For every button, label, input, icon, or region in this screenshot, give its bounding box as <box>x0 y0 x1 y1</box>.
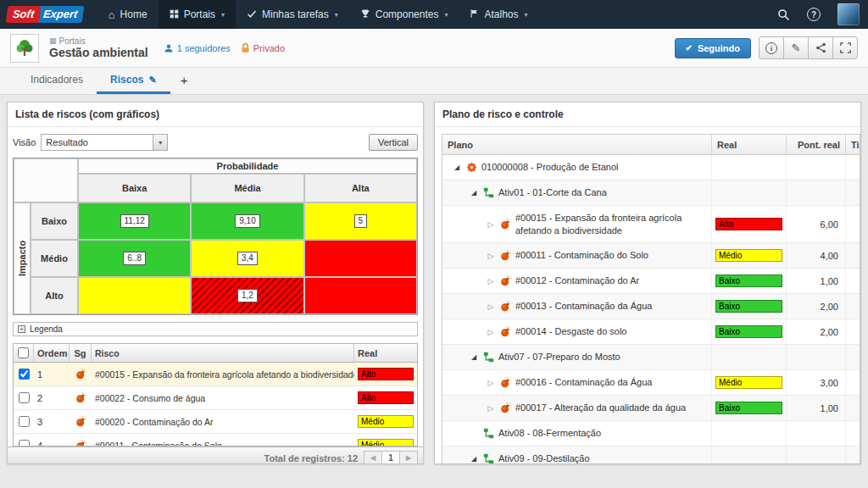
plan-label[interactable]: 010000008 - Produção de Etanol <box>481 161 708 173</box>
risk-row[interactable]: ▷#00014 - Desgaste do solo Baixo 2,00 <box>442 319 860 345</box>
tab-add[interactable]: + <box>170 68 198 94</box>
risk-row[interactable]: ▷#00013 - Contaminação da Água Baixo 2,0… <box>442 294 860 319</box>
risk-list-row[interactable]: 3 #00020 - Contaminação do Ar Médio <box>14 410 417 434</box>
plan-row[interactable]: ◢010000008 - Produção de Etanol <box>442 155 860 180</box>
col-ordem[interactable]: Ordem <box>34 344 70 362</box>
activity-label[interactable]: Ativ01 - 01-Corte da Cana <box>498 186 708 198</box>
col-real[interactable]: Real <box>712 135 787 154</box>
col-plano[interactable]: Plano <box>442 135 712 154</box>
risk-row[interactable]: ▷#00012 - Contaminação do Ar Baixo 1,00 <box>442 269 860 294</box>
activity-label[interactable]: Ativ08 - 08-Fermentação <box>498 427 708 439</box>
trophy-icon <box>360 8 370 20</box>
risk-name[interactable]: #00015 - Expansão da fronteira agrícola … <box>92 369 354 380</box>
row-checkbox[interactable] <box>19 416 30 427</box>
nav-atalhos[interactable]: Atalhos ▾ <box>459 0 538 29</box>
row-checkbox[interactable] <box>19 440 30 446</box>
risk-label[interactable]: #00017 - Alteração da qualidade da água <box>515 402 708 413</box>
pont-real-value: 1,00 <box>787 396 846 420</box>
expander-icon[interactable]: ▷ <box>486 220 496 229</box>
expander-icon[interactable]: ◢ <box>469 455 479 463</box>
matrix-cell[interactable]: 11,12 <box>78 202 191 240</box>
matrix-cell[interactable]: 6..8 <box>78 240 191 277</box>
page-title: Gestão ambiental <box>49 46 148 59</box>
col-real[interactable]: Real <box>354 344 417 362</box>
nav-portais[interactable]: Portais ▾ <box>159 0 236 29</box>
matrix-cell-label: 6..8 <box>123 252 146 265</box>
expander-icon[interactable]: ▷ <box>486 404 496 413</box>
user-avatar[interactable] <box>837 3 860 25</box>
following-button[interactable]: ✔ Seguindo <box>675 38 752 58</box>
matrix-cell[interactable] <box>304 240 417 277</box>
row-checkbox[interactable] <box>19 369 30 380</box>
col-risco[interactable]: Risco <box>92 344 354 362</box>
matrix-row-medio: Médio <box>31 240 78 277</box>
activity-row[interactable]: ◢Ativ09 - 09-Destilação <box>442 446 860 463</box>
row-checkbox[interactable] <box>19 392 30 403</box>
tab-riscos[interactable]: Riscos ✎ <box>97 68 170 94</box>
nav-home[interactable]: ⌂ Home <box>97 0 159 29</box>
view-select[interactable]: Resultado ▾ <box>41 134 168 151</box>
risk-list-row[interactable]: 1 #00015 - Expansão da fronteira agrícol… <box>14 363 417 386</box>
risk-list-panel: Lista de riscos (com gráficos) Visão Res… <box>7 102 424 464</box>
softexpert-logo[interactable]: SoftExpert <box>7 0 84 29</box>
matrix-cell[interactable]: 3,4 <box>191 240 303 277</box>
risk-row[interactable]: ▷#00015 - Expansão da fronteira agrícola… <box>442 206 860 243</box>
activity-row[interactable]: Ativ08 - 08-Fermentação <box>442 421 860 446</box>
risk-label[interactable]: #00013 - Contaminação da Água <box>515 300 708 312</box>
expander-icon[interactable]: ◢ <box>469 353 479 361</box>
risk-row[interactable]: ▷#00017 - Alteração da qualidade da água… <box>442 396 860 421</box>
risk-row[interactable]: ▷#00011 - Contaminação do Solo Médio 4,0… <box>442 243 860 269</box>
risk-name[interactable]: #00020 - Contaminação do Ar <box>92 417 354 427</box>
vertical-button[interactable]: Vertical <box>369 134 418 151</box>
select-all-checkbox[interactable] <box>18 347 29 358</box>
risk-row[interactable]: ▷#00016 - Contaminação da Água Médio 3,0… <box>442 370 860 396</box>
activity-row[interactable]: ◢Ativ07 - 07-Preparo do Mosto <box>442 345 860 370</box>
bomb-icon <box>500 377 511 388</box>
edit-button[interactable]: ✎ <box>783 36 809 59</box>
activity-row[interactable]: ◢Ativ01 - 01-Corte da Cana <box>442 180 860 206</box>
expander-icon[interactable]: ▷ <box>486 277 496 286</box>
followers-link[interactable]: 1 seguidores <box>164 43 231 53</box>
nav-minhas-tarefas[interactable]: Minhas tarefas ▾ <box>236 0 349 29</box>
expander-icon[interactable]: ◢ <box>469 189 479 197</box>
fullscreen-button[interactable] <box>832 36 858 59</box>
risk-label[interactable]: #00014 - Desgaste do solo <box>515 325 708 337</box>
tab-edit-icon[interactable]: ✎ <box>148 75 156 86</box>
matrix-cell[interactable] <box>78 277 191 314</box>
risk-list-row[interactable]: 2 #00022 - Consumo de água Alto <box>14 386 417 410</box>
next-page-button[interactable]: ▶ <box>399 451 418 464</box>
prev-page-button[interactable]: ◀ <box>364 451 382 464</box>
matrix-cell[interactable]: 1,2 <box>191 277 303 314</box>
help-icon[interactable]: ? <box>807 8 821 21</box>
expander-icon[interactable]: ▷ <box>486 328 496 336</box>
tab-indicadores[interactable]: Indicadores <box>17 68 97 94</box>
matrix-cell[interactable] <box>304 277 417 314</box>
risk-label[interactable]: #00012 - Contaminação do Ar <box>515 274 708 286</box>
risk-label[interactable]: #00016 - Contaminação da Água <box>515 376 708 388</box>
expander-icon[interactable]: ▷ <box>486 379 496 387</box>
col-ti[interactable]: Ti <box>846 135 860 154</box>
legend-label: Legenda <box>30 324 63 334</box>
risk-name[interactable]: #00022 - Consumo de água <box>92 393 354 403</box>
activity-label[interactable]: Ativ07 - 07-Preparo do Mosto <box>498 351 708 363</box>
risk-name[interactable]: #00011 - Contaminação do Solo <box>92 441 354 446</box>
grid-icon <box>170 9 179 20</box>
info-button[interactable]: i <box>759 36 784 59</box>
matrix-cell[interactable]: 5 <box>304 202 417 240</box>
col-sg[interactable]: Sg <box>70 344 92 362</box>
activity-label[interactable]: Ativ09 - 09-Destilação <box>498 452 708 463</box>
share-button[interactable] <box>808 36 833 59</box>
nav-componentes[interactable]: Componentes ▾ <box>349 0 459 29</box>
expander-icon[interactable]: ▷ <box>486 252 496 260</box>
tab-bar: Indicadores Riscos ✎ + <box>0 68 868 95</box>
info-icon: i <box>765 42 777 54</box>
matrix-cell[interactable]: 9,10 <box>191 202 303 240</box>
risk-label[interactable]: #00015 - Expansão da fronteira agrícola … <box>515 212 708 236</box>
col-pont-real[interactable]: Pont. real <box>787 135 846 154</box>
risk-list-row[interactable]: 4 #00011 - Contaminação do Solo Médio <box>14 434 417 446</box>
expander-icon[interactable]: ◢ <box>452 164 462 171</box>
expander-icon[interactable]: ▷ <box>486 302 496 311</box>
risk-label[interactable]: #00011 - Contaminação do Solo <box>515 249 708 261</box>
legend-toggle[interactable]: + Legenda <box>13 322 418 336</box>
search-icon[interactable] <box>777 8 790 21</box>
